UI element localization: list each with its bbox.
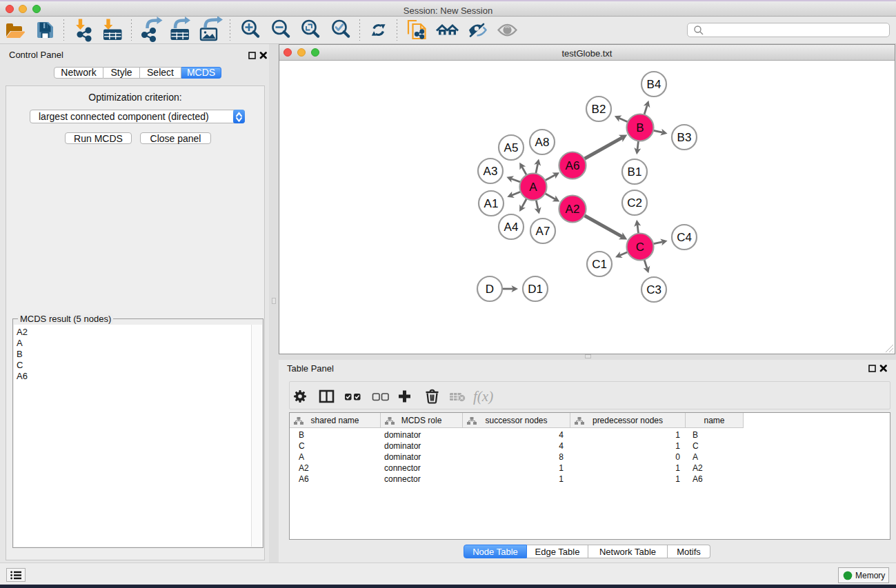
svg-text:A2: A2 xyxy=(566,203,580,216)
svg-text:B4: B4 xyxy=(647,78,661,91)
svg-text:A4: A4 xyxy=(504,221,519,234)
svg-text:C4: C4 xyxy=(677,231,692,244)
svg-text:B1: B1 xyxy=(628,165,642,179)
svg-text:D1: D1 xyxy=(528,283,543,296)
svg-text:A3: A3 xyxy=(484,165,498,178)
svg-text:B3: B3 xyxy=(677,131,692,144)
svg-text:A8: A8 xyxy=(535,136,550,149)
svg-text:A7: A7 xyxy=(536,225,550,238)
svg-text:B: B xyxy=(636,121,644,134)
svg-text:C: C xyxy=(636,241,644,254)
svg-text:A6: A6 xyxy=(566,159,580,172)
svg-text:C3: C3 xyxy=(646,283,661,296)
svg-text:A5: A5 xyxy=(504,141,519,154)
svg-text:D: D xyxy=(486,283,494,296)
svg-text:B2: B2 xyxy=(592,103,606,116)
svg-text:C2: C2 xyxy=(627,196,642,210)
svg-text:A1: A1 xyxy=(484,197,499,210)
svg-text:A: A xyxy=(529,181,537,194)
svg-text:f(x): f(x) xyxy=(473,388,493,405)
svg-text:C1: C1 xyxy=(592,258,607,271)
